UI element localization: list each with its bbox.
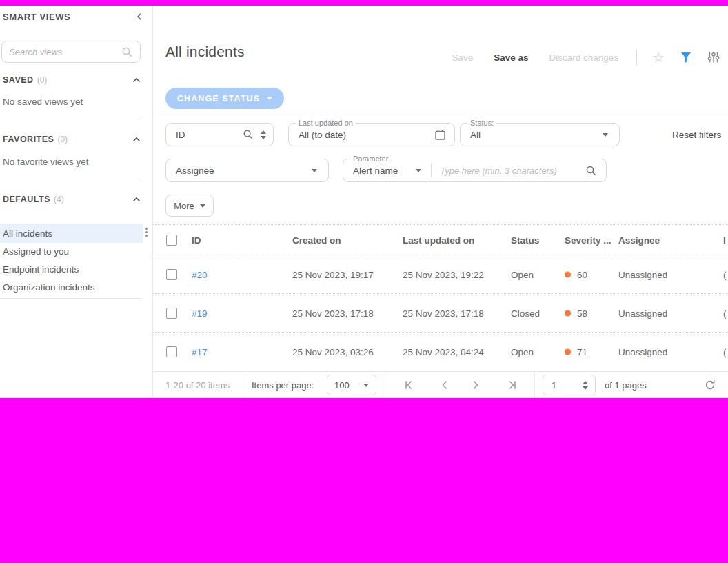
search-icon (243, 129, 254, 140)
sidebar-item-assigned-to-you[interactable]: Assigned to you (0, 241, 143, 261)
clipped-cell: ( (723, 308, 727, 318)
assignee-filter-select[interactable]: Assignee (165, 159, 329, 182)
clipped-cell: ( (723, 347, 727, 357)
favorites-empty-text: No favorite views yet (3, 157, 89, 167)
defaults-section-header[interactable]: DEFAULTS (4) (3, 193, 141, 206)
created-on-cell: 25 Nov 2023, 03:26 (292, 347, 374, 357)
last-page-button[interactable] (507, 380, 517, 390)
items-per-page-select[interactable]: 100 (327, 375, 376, 395)
chevron-up-icon[interactable] (132, 76, 141, 84)
severity-dot (565, 271, 571, 277)
first-page-button[interactable] (404, 380, 414, 390)
severity-cell: 58 (565, 308, 587, 318)
chevron-down-icon (603, 133, 608, 137)
filter-funnel-icon[interactable] (680, 51, 692, 63)
number-stepper[interactable] (261, 130, 266, 139)
incident-id-link[interactable]: #17 (192, 347, 208, 357)
select-all-checkbox[interactable] (166, 235, 177, 246)
column-header-status[interactable]: Status (511, 235, 539, 245)
defaults-label: DEFAULTS (3, 195, 50, 204)
chevron-down-icon (200, 204, 205, 208)
input-divider (431, 164, 432, 177)
sidebar-item-organization-incidents[interactable]: Organization incidents (0, 277, 143, 297)
severity-cell: 60 (565, 269, 587, 279)
header-actions: Save Save as Discard changes ☆ (431, 49, 720, 66)
severity-dot (565, 349, 571, 355)
next-page-button[interactable] (471, 380, 481, 390)
sidebar-divider (0, 298, 141, 299)
save-as-button[interactable]: Save as (494, 52, 528, 63)
severity-dot (565, 310, 571, 316)
drag-handle-icon[interactable] (145, 228, 148, 237)
status-cell: Open (511, 269, 534, 279)
status-filter-select[interactable]: Status: All (460, 123, 620, 146)
assignee-value: Assignee (176, 166, 312, 176)
sidebar-item-all-incidents[interactable]: All incidents (0, 224, 143, 243)
page-title: All incidents (165, 43, 245, 60)
discard-changes-button[interactable]: Discard changes (549, 52, 619, 63)
last-updated-cell: 25 Nov 2023, 19:22 (403, 269, 484, 279)
last-updated-cell: 25 Nov 2023, 17:18 (403, 308, 484, 318)
main-content: All incidents Save Save as Discard chang… (153, 6, 728, 398)
created-on-cell: 25 Nov 2023, 17:18 (292, 308, 374, 318)
assignee-cell: Unassigned (618, 269, 667, 279)
chevron-down-icon (267, 97, 272, 100)
status-value: All (470, 130, 603, 140)
pagination-divider (243, 372, 243, 398)
total-pages-text: of 1 pages (605, 380, 647, 391)
column-header-last-updated-on[interactable]: Last updated on (403, 235, 474, 245)
favorite-star-icon[interactable]: ☆ (652, 50, 665, 64)
status-cell: Closed (511, 308, 540, 318)
table-row[interactable]: #17 25 Nov 2023, 03:26 25 Nov 2023, 04:2… (153, 333, 728, 371)
pagination-bar: 1-20 of 20 items Items per page: 100 1 o… (153, 371, 728, 398)
collapse-sidebar-icon[interactable] (135, 12, 143, 21)
clipped-cell: ( (723, 269, 727, 279)
refresh-icon[interactable] (705, 379, 716, 391)
saved-section-header[interactable]: SAVED (0) (3, 74, 141, 86)
chevron-up-icon[interactable] (132, 195, 141, 204)
table-row[interactable]: #20 25 Nov 2023, 19:17 25 Nov 2023, 19:2… (153, 255, 728, 294)
incident-id-link[interactable]: #19 (192, 308, 208, 318)
reset-filters-button[interactable]: Reset filters (672, 130, 721, 140)
smart-views-sidebar: SMART VIEWS SAVED (0) No saved views yet… (0, 6, 152, 398)
chevron-down-icon[interactable] (416, 169, 421, 172)
previous-page-button[interactable] (440, 380, 449, 390)
table-row[interactable]: #19 25 Nov 2023, 17:18 25 Nov 2023, 17:1… (153, 294, 728, 333)
page-number-input[interactable]: 1 (543, 375, 596, 395)
last-updated-cell: 25 Nov 2023, 04:24 (403, 347, 484, 357)
change-status-button[interactable]: CHANGE STATUS (165, 88, 284, 109)
incident-id-link[interactable]: #20 (192, 269, 208, 279)
created-on-cell: 25 Nov 2023, 19:17 (292, 269, 374, 279)
parameter-value[interactable]: Alert name (353, 166, 398, 176)
save-button[interactable]: Save (452, 52, 473, 63)
column-header-id[interactable]: ID (192, 235, 201, 245)
chevron-down-icon (363, 384, 369, 387)
search-views-box (1, 41, 141, 63)
parameter-legend: Parameter (350, 155, 391, 163)
parameter-search-input[interactable] (440, 166, 585, 176)
page-stepper[interactable] (583, 381, 588, 390)
pagination-divider (385, 372, 385, 398)
last-updated-filter[interactable]: Last updated on All (to date) (288, 123, 455, 146)
column-header-created-on[interactable]: Created on (292, 235, 341, 245)
row-checkbox[interactable] (166, 346, 177, 357)
column-settings-icon[interactable] (707, 51, 720, 63)
saved-count: (0) (37, 75, 132, 85)
pagination-divider (534, 372, 535, 398)
defaults-count: (4) (54, 195, 132, 204)
calendar-icon[interactable] (434, 129, 446, 141)
last-updated-legend: Last updated on (296, 119, 356, 127)
search-icon[interactable] (585, 165, 597, 177)
search-views-input[interactable] (9, 47, 121, 57)
column-header-severity[interactable]: Severity ... (565, 235, 611, 245)
favorites-section-header[interactable]: FAVORITES (0) (3, 133, 141, 146)
sidebar-item-endpoint-incidents[interactable]: Endpoint incidents (0, 259, 143, 279)
column-header-assignee[interactable]: Assignee (618, 235, 660, 245)
chevron-up-icon[interactable] (132, 135, 141, 144)
more-filters-button[interactable]: More (165, 195, 214, 217)
id-filter-combo[interactable]: ID (165, 123, 274, 146)
row-checkbox[interactable] (166, 308, 177, 319)
row-checkbox[interactable] (166, 269, 177, 280)
assignee-cell: Unassigned (618, 308, 667, 318)
last-updated-value: All (to date) (299, 130, 434, 140)
